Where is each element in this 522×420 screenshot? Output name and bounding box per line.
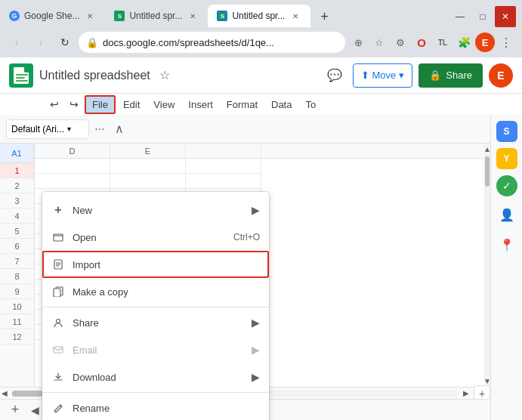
- tab-close-google[interactable]: ✕: [84, 10, 96, 22]
- settings-icon[interactable]: ⚙: [391, 32, 410, 52]
- page-action-icon[interactable]: ⊕: [348, 32, 368, 52]
- row-num-12: 12: [0, 329, 34, 344]
- file-menu-new[interactable]: + New ▶: [42, 196, 269, 224]
- menu-item-data[interactable]: Data: [265, 97, 298, 113]
- import-label: Import: [73, 259, 260, 270]
- sidebar-contacts-icon[interactable]: 👤: [495, 202, 519, 227]
- star-button[interactable]: ☆: [159, 68, 170, 82]
- move-label: Move: [372, 69, 397, 81]
- menu-item-edit[interactable]: Edit: [117, 97, 146, 113]
- new-tab-button[interactable]: +: [314, 6, 335, 27]
- tab-google[interactable]: G Google She... ✕: [0, 5, 105, 27]
- file-menu-open[interactable]: Open Ctrl+O: [42, 224, 269, 251]
- maximize-button[interactable]: □: [472, 6, 493, 27]
- makecopy-icon: [51, 285, 65, 298]
- file-menu-makecopy[interactable]: Make a copy: [42, 278, 269, 305]
- menu-item-insert[interactable]: Insert: [182, 97, 219, 113]
- scrollbar-thumb[interactable]: [485, 156, 490, 187]
- toolbar: Default (Ari... ▾ ··· ∧: [0, 115, 490, 144]
- move-button[interactable]: ⬆ Move ▾: [353, 63, 413, 88]
- sidebar-slides-icon[interactable]: Y: [496, 148, 517, 169]
- scroll-right-button[interactable]: ▶: [462, 389, 471, 397]
- download-label: Download: [73, 372, 244, 383]
- bookmark-icon[interactable]: ☆: [369, 32, 389, 52]
- share-button[interactable]: 🔒 Share: [419, 63, 483, 88]
- browser-menu-button[interactable]: ⋮: [496, 32, 516, 52]
- share-arrow-icon: ▶: [252, 317, 260, 329]
- menu-item-tools[interactable]: To: [299, 97, 322, 113]
- undo-button[interactable]: ↩: [45, 95, 63, 113]
- cell-e1[interactable]: [110, 159, 186, 174]
- makecopy-label: Make a copy: [73, 286, 260, 298]
- menu-item-file[interactable]: File: [85, 95, 116, 114]
- share-icon: [51, 316, 65, 329]
- close-button[interactable]: ✕: [495, 6, 516, 27]
- cell-d2[interactable]: [35, 174, 110, 189]
- open-icon: [51, 230, 65, 244]
- redo-button[interactable]: ↪: [65, 95, 83, 113]
- tab-untitled1[interactable]: S Untitled spr... ✕: [105, 5, 208, 27]
- cell-f2[interactable]: [186, 174, 261, 189]
- col-header-f: [186, 144, 261, 158]
- cell-d1[interactable]: [35, 159, 110, 174]
- address-input[interactable]: 🔒 docs.google.com/spreadsheets/d/1qe...: [79, 32, 345, 53]
- vertical-scrollbar[interactable]: ▲ ▼: [484, 144, 490, 387]
- file-menu-email[interactable]: Email ▶: [42, 336, 269, 363]
- tab-close-untitled2[interactable]: ✕: [289, 10, 301, 22]
- more-options-button[interactable]: ···: [91, 120, 109, 138]
- email-arrow-icon: ▶: [252, 344, 260, 356]
- share-menu-label: Share: [73, 317, 244, 329]
- menu-item-format[interactable]: Format: [221, 97, 264, 113]
- browser-frame: G Google She... ✕ S Untitled spr... ✕ S …: [0, 0, 522, 57]
- forward-button[interactable]: ›: [30, 32, 51, 53]
- share-label: Share: [446, 69, 472, 81]
- tab-untitled2[interactable]: S Untitled spr... ✕: [208, 5, 310, 27]
- app-header: Untitled spreadsheet ☆ 💬 ⬆ Move ▾ 🔒 Shar…: [0, 57, 522, 94]
- sidebar-tasks-icon[interactable]: ✓: [496, 175, 517, 196]
- import-icon: [51, 258, 65, 271]
- sidebar-maps-icon[interactable]: 📍: [495, 233, 519, 257]
- right-sidebar: S Y ✓ 👤 📍: [490, 115, 522, 420]
- translate-icon[interactable]: TL: [433, 32, 453, 52]
- col-header-d: D: [35, 144, 110, 158]
- app-area: Untitled spreadsheet ☆ 💬 ⬆ Move ▾ 🔒 Shar…: [0, 57, 522, 420]
- document-title[interactable]: Untitled spreadsheet: [39, 69, 150, 82]
- email-label: Email: [73, 344, 244, 356]
- h-scrollbar-thumb[interactable]: [12, 391, 42, 397]
- cell-reference[interactable]: A1: [0, 144, 34, 163]
- spreadsheet-area: Default (Ari... ▾ ··· ∧ A1 1 2 3 4 5 6 7: [0, 115, 522, 420]
- font-select[interactable]: Default (Ari... ▾: [6, 119, 89, 139]
- sidebar-sheets-icon[interactable]: S: [496, 121, 517, 142]
- back-button[interactable]: ‹: [6, 32, 27, 53]
- font-dropdown-icon: ▾: [67, 125, 71, 133]
- sheets-logo: [9, 63, 33, 88]
- add-sheet-button[interactable]: +: [6, 401, 24, 419]
- file-menu-share[interactable]: Share ▶: [42, 309, 269, 336]
- tab-favicon-untitled2: S: [217, 11, 227, 21]
- refresh-button[interactable]: ↻: [54, 32, 76, 53]
- row-num-6: 6: [0, 239, 34, 254]
- file-menu-rename[interactable]: Rename: [42, 394, 269, 420]
- cell-e2[interactable]: [110, 174, 186, 189]
- user-avatar[interactable]: E: [489, 63, 513, 88]
- minimize-button[interactable]: —: [449, 6, 471, 27]
- tab-close-untitled1[interactable]: ✕: [187, 10, 199, 22]
- grid-row-1: [35, 159, 484, 174]
- collapse-toolbar-button[interactable]: ∧: [110, 120, 128, 138]
- sheet-nav-left[interactable]: ◀: [27, 403, 42, 418]
- row-num-9: 9: [0, 284, 34, 299]
- address-text: docs.google.com/spreadsheets/d/1qe...: [103, 37, 338, 48]
- cell-f1[interactable]: [186, 159, 261, 174]
- scroll-left-button[interactable]: ◀: [0, 389, 9, 397]
- tab-bar: G Google She... ✕ S Untitled spr... ✕ S …: [0, 0, 522, 27]
- row-num-4: 4: [0, 208, 34, 224]
- menu-item-view[interactable]: View: [147, 97, 181, 113]
- tab-label-google: Google She...: [24, 11, 79, 21]
- profile-button[interactable]: E: [475, 32, 495, 52]
- comment-button[interactable]: 💬: [323, 63, 347, 88]
- svg-point-7: [57, 320, 60, 323]
- file-menu-download[interactable]: Download ▶: [42, 363, 269, 391]
- file-menu-import[interactable]: Import: [42, 251, 269, 278]
- opera-icon[interactable]: O: [412, 32, 431, 52]
- extensions-icon[interactable]: 🧩: [454, 32, 474, 52]
